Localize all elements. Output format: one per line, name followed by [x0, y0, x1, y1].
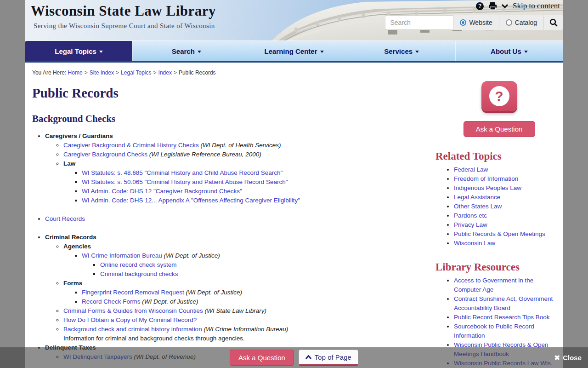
- section-heading: Background Checks: [32, 113, 429, 125]
- content-link[interactable]: Court Records: [45, 215, 85, 222]
- radio-catalog-icon[interactable]: [506, 19, 512, 26]
- nav-item-about-us[interactable]: About Us: [455, 41, 563, 61]
- site-header: Wisconsin State Law Library Serving the …: [25, 0, 563, 40]
- close-toolbar-button[interactable]: ✖ Close: [554, 354, 582, 362]
- radio-website-icon[interactable]: [460, 19, 466, 26]
- content-link[interactable]: Online record check system: [100, 261, 177, 268]
- chevron-down-icon[interactable]: [502, 4, 508, 8]
- search-icon: [549, 18, 558, 27]
- sidebar-link[interactable]: Privacy Law: [454, 221, 487, 228]
- footer-ask-a-question-button[interactable]: Ask a Question: [230, 350, 294, 366]
- site-tagline: Serving the Wisconsin Supreme Court and …: [34, 22, 216, 30]
- description-text: Information for criminal and background …: [63, 334, 429, 343]
- content-link[interactable]: How Do I Obtain a Copy of My Criminal Re…: [63, 316, 197, 323]
- sidebar-list-item: Federal Law: [454, 165, 556, 174]
- search-scope-group: Website Catalog: [453, 15, 563, 30]
- content-link[interactable]: WI Crime Information Bureau: [82, 252, 162, 259]
- help-icon[interactable]: ?: [476, 2, 484, 10]
- search-submit-button[interactable]: [543, 15, 563, 30]
- content-link[interactable]: WI Statutes: s. 48.685 "Criminal History…: [82, 169, 283, 176]
- list-item: Caregivers / GuardiansCaregiver Backgrou…: [45, 132, 429, 205]
- source-attribution: (WI Dept. of Justice): [141, 298, 198, 305]
- breadcrumb-link[interactable]: Legal Topics: [121, 69, 152, 76]
- sidebar-link[interactable]: Wisconsin Law: [454, 240, 495, 247]
- list-item: Caregiver Background & Criminal History …: [63, 141, 429, 150]
- nav-item-services[interactable]: Services: [348, 41, 455, 61]
- sidebar-list-item: Contract Sunshine Act, Government Accoun…: [454, 294, 556, 313]
- caret-down-icon: [198, 51, 201, 53]
- page-container: Wisconsin State Law Library Serving the …: [25, 0, 563, 368]
- content-link[interactable]: Caregiver Background & Criminal History …: [63, 142, 199, 149]
- nav-item-learning-center[interactable]: Learning Center: [240, 41, 347, 61]
- scope-catalog[interactable]: Catalog: [499, 15, 543, 30]
- content-link[interactable]: Background check and criminal history in…: [63, 326, 202, 333]
- print-icon[interactable]: [488, 2, 497, 10]
- site-title: Wisconsin State Law Library: [31, 3, 216, 19]
- nav-item-legal-topics[interactable]: Legal Topics: [25, 41, 132, 61]
- content-link[interactable]: Caregiver Background Checks: [63, 151, 147, 158]
- page-body: You Are Here: Home>Site Index>Legal Topi…: [25, 63, 563, 368]
- sidebar-list-item: Access to Government in the Computer Age: [454, 276, 556, 294]
- scope-catalog-label: Catalog: [515, 19, 537, 26]
- sidebar-link[interactable]: Contract Sunshine Act, Government Accoun…: [454, 295, 553, 311]
- breadcrumb-separator: >: [116, 69, 119, 76]
- sidebar-link[interactable]: Indigenous Peoples Law: [454, 184, 521, 191]
- sidebar-link[interactable]: Public Records & Open Meetings: [454, 230, 545, 237]
- content-link[interactable]: Record Check Forms: [82, 298, 141, 305]
- list-item: LawWI Statutes: s. 48.685 "Criminal Hist…: [63, 159, 429, 205]
- content-link[interactable]: Criminal Forms & Guides from Wisconsin C…: [63, 307, 203, 314]
- list-item: WI Statutes: s. 48.685 "Criminal History…: [82, 168, 429, 178]
- ask-a-question-icon[interactable]: ?: [481, 81, 517, 111]
- topic-list: Caregivers / GuardiansCaregiver Backgrou…: [32, 132, 429, 362]
- source-attribution: (WI State Law Library): [203, 307, 266, 314]
- nav-item-search[interactable]: Search: [132, 41, 240, 61]
- skip-to-content-link[interactable]: Skip to content: [513, 1, 560, 11]
- content-link[interactable]: Criminal background checks: [100, 270, 178, 277]
- list-item: Online record check system: [100, 260, 429, 270]
- sidebar-list-item: Indigenous Peoples Law: [454, 184, 556, 193]
- scope-website[interactable]: Website: [453, 15, 498, 30]
- content-link[interactable]: WI Statutes: s. 50.065 "Criminal History…: [82, 178, 288, 185]
- nav-item-label: Learning Center: [264, 47, 317, 55]
- sidebar-list-item: Legal Assistance: [454, 193, 556, 202]
- list-category-label: Agencies: [63, 243, 91, 250]
- content-link[interactable]: Fingerprint Record Removal Request: [82, 289, 184, 296]
- close-label: Close: [563, 354, 582, 362]
- sidebar-link[interactable]: Access to Government in the Computer Age: [454, 277, 533, 293]
- list-item: Fingerprint Record Removal Request (WI D…: [82, 288, 429, 297]
- utility-bar: ? Skip to content: [476, 1, 560, 11]
- search-input[interactable]: [385, 15, 453, 30]
- sidebar-link[interactable]: Public Record Research Tips Book: [454, 314, 550, 321]
- list-item: How Do I Obtain a Copy of My Criminal Re…: [63, 316, 429, 325]
- ask-a-question-button[interactable]: Ask a Question: [464, 121, 535, 137]
- sidebar-link[interactable]: Freedom of Information: [454, 175, 518, 182]
- close-icon: ✖: [554, 354, 560, 362]
- breadcrumb-link[interactable]: Site Index: [90, 69, 114, 76]
- nav-item-label: Legal Topics: [55, 47, 96, 55]
- content-link[interactable]: WI Admin. Code: DHS 12... Appendix A "Of…: [82, 197, 300, 204]
- breadcrumb-link[interactable]: Home: [68, 69, 83, 76]
- caret-down-icon: [99, 51, 103, 53]
- source-attribution: (WI Crime Information Bureau): [202, 326, 288, 333]
- sidebar-list-item: Sourcebook to Public Record Information: [454, 322, 556, 340]
- sidebar-link[interactable]: Sourcebook to Public Record Information: [454, 323, 534, 339]
- breadcrumb-link[interactable]: Index: [158, 69, 172, 76]
- list-item: WI Crime Information Bureau (WI Dept. of…: [82, 251, 429, 279]
- list-item: Criminal RecordsAgenciesWI Crime Informa…: [45, 233, 429, 343]
- sidebar-link[interactable]: Federal Law: [454, 166, 488, 173]
- sidebar-link[interactable]: Legal Assistance: [454, 194, 500, 201]
- list-item: Court Records: [45, 214, 429, 224]
- top-of-page-button[interactable]: Top of Page: [299, 350, 358, 366]
- caret-down-icon: [415, 51, 419, 53]
- search-bar: Website Catalog: [385, 15, 563, 30]
- nav-item-label: Services: [384, 47, 413, 55]
- breadcrumb-separator: >: [174, 69, 177, 76]
- list-item: WI Admin. Code: DHS 12 "Caregiver Backgr…: [82, 187, 429, 196]
- breadcrumb-separator: >: [85, 69, 88, 76]
- list-item: Criminal background checks: [100, 270, 429, 279]
- scope-website-label: Website: [469, 19, 492, 26]
- source-attribution: (WI Legislative Reference Bureau, 2000): [147, 151, 261, 158]
- sidebar-link[interactable]: Pardons etc: [454, 212, 487, 219]
- content-link[interactable]: WI Admin. Code: DHS 12 "Caregiver Backgr…: [82, 188, 242, 195]
- sidebar-link[interactable]: Other States Law: [454, 203, 502, 210]
